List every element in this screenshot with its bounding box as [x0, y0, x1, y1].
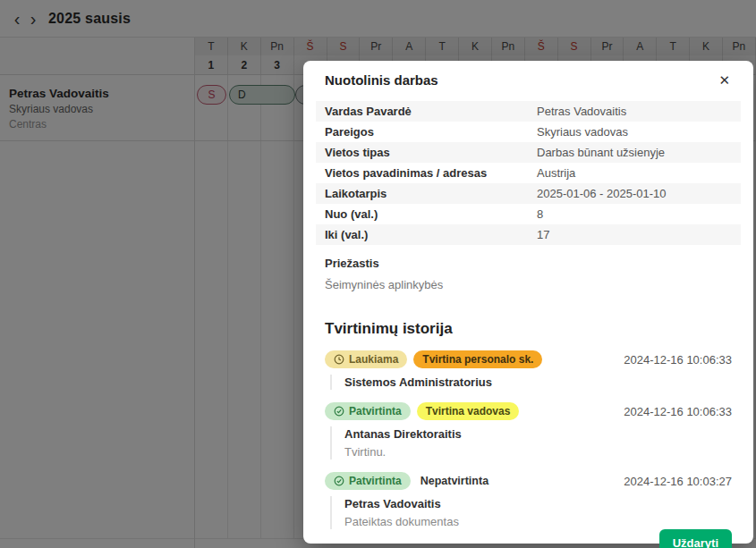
- field-value: 17: [537, 228, 549, 241]
- field-label: Laikotarpis: [325, 187, 537, 200]
- field-label: Vardas Pavardė: [325, 105, 537, 118]
- close-button[interactable]: Uždaryti: [659, 529, 732, 548]
- step-badge-manager: Tvirtina vadovas: [417, 402, 520, 420]
- history-entry-head: Laukiama Tvirtina personalo sk. 2024-12-…: [325, 350, 732, 368]
- status-badge-approved: Patvirtinta: [325, 472, 411, 490]
- field-label: Iki (val.): [325, 228, 537, 241]
- status-badge-label: Patvirtinta: [349, 475, 402, 487]
- field-label: Vietos tipas: [325, 146, 537, 159]
- field-value: 2025-01-06 - 2025-01-10: [537, 187, 667, 200]
- field-row: Iki (val.) 17: [316, 224, 741, 245]
- step-label-plain: Nepatvirtinta: [420, 475, 488, 487]
- history-entry: Laukiama Tvirtina personalo sk. 2024-12-…: [325, 350, 732, 390]
- field-value: 8: [537, 207, 543, 221]
- field-row: Vietos tipas Darbas būnant užsienyje: [316, 142, 741, 163]
- status-badge-waiting: Laukiama: [325, 350, 407, 368]
- history-comment: Tvirtinu.: [344, 445, 732, 459]
- check-circle-icon: [334, 476, 344, 486]
- field-value: Skyriaus vadovas: [537, 125, 628, 139]
- field-label: Nuo (val.): [325, 207, 537, 221]
- check-circle-icon: [334, 406, 344, 417]
- history-entry: Patvirtinta Tvirtina vadovas 2024-12-16 …: [325, 402, 732, 459]
- modal-title: Nuotolinis darbas: [325, 72, 438, 88]
- reason-block: Priežastis Šeimyninės aplinkybės: [325, 257, 732, 291]
- history-entry: Patvirtinta Nepatvirtinta 2024-12-16 10:…: [325, 472, 732, 529]
- field-row: Vietos pavadinimas / adresas Austrija: [316, 163, 741, 183]
- app-root: ‹ › 2025 sausis Petras Vadovaitis Skyria…: [0, 0, 756, 548]
- history-entry-head: Patvirtinta Tvirtina vadovas 2024-12-16 …: [325, 402, 732, 420]
- modal-footer: Uždaryti: [325, 529, 732, 548]
- status-badge-approved: Patvirtinta: [325, 402, 411, 420]
- history-entry-body: Petras Vadovaitis Pateiktas dokumentas: [330, 496, 732, 529]
- history-timestamp: 2024-12-16 10:06:33: [624, 405, 732, 418]
- history-entry-body: Antanas Direktoraitis Tvirtinu.: [330, 426, 732, 459]
- close-icon[interactable]: ✕: [717, 72, 732, 89]
- status-badge-label: Laukiama: [349, 353, 398, 366]
- history-comment: Pateiktas dokumentas: [344, 515, 732, 528]
- history-actor-name: Sistemos Administratorius: [344, 375, 732, 389]
- step-badge-hr: Tvirtina personalo sk.: [413, 350, 542, 368]
- detail-fields: Vardas Pavardė Petras Vadovaitis Pareigo…: [316, 101, 741, 245]
- history-actor-name: Petras Vadovaitis: [344, 497, 732, 510]
- history-title: Tvirtinimų istorija: [325, 320, 732, 338]
- clock-icon: [334, 354, 344, 365]
- history-timestamp: 2024-12-16 10:06:33: [624, 353, 732, 367]
- history-entry-head: Patvirtinta Nepatvirtinta 2024-12-16 10:…: [325, 472, 732, 490]
- field-value: Darbas būnant užsienyje: [537, 146, 665, 159]
- field-value: Petras Vadovaitis: [537, 105, 626, 118]
- reason-label: Priežastis: [325, 257, 732, 270]
- reason-value: Šeimyninės aplinkybės: [325, 278, 732, 291]
- field-value: Austrija: [537, 166, 575, 180]
- modal-header: Nuotolinis darbas ✕: [325, 72, 732, 89]
- history-actor-name: Antanas Direktoraitis: [344, 427, 732, 441]
- field-row: Nuo (val.) 8: [316, 204, 741, 224]
- history-entry-body: Sistemos Administratorius: [330, 375, 732, 390]
- field-label: Vietos pavadinimas / adresas: [325, 166, 537, 180]
- field-row: Vardas Pavardė Petras Vadovaitis: [316, 101, 741, 122]
- status-badge-label: Patvirtinta: [349, 405, 402, 417]
- history-timestamp: 2024-12-16 10:03:27: [624, 475, 732, 488]
- field-row: Pareigos Skyriaus vadovas: [316, 122, 741, 142]
- remote-work-modal: Nuotolinis darbas ✕ Vardas Pavardė Petra…: [303, 61, 753, 544]
- field-row: Laikotarpis 2025-01-06 - 2025-01-10: [316, 183, 741, 204]
- field-label: Pareigos: [325, 125, 537, 139]
